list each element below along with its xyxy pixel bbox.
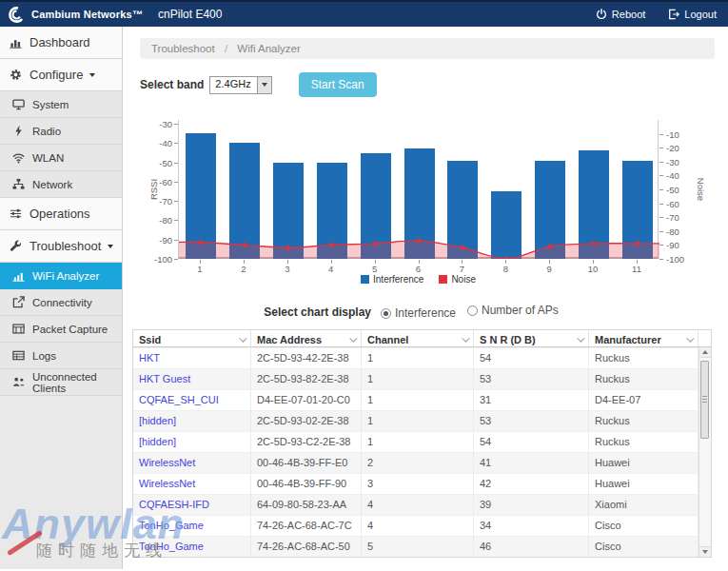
- sidebar-item-label: Packet Capture: [32, 324, 108, 335]
- ssid-link[interactable]: HKT: [133, 348, 251, 368]
- sidebar-item-wlan[interactable]: WLAN: [0, 145, 122, 171]
- logout-button[interactable]: Logout: [668, 9, 717, 20]
- ssid-link[interactable]: TonHo_Game: [133, 516, 251, 536]
- rssi-axis-tick: -40: [146, 138, 172, 148]
- table-row: HKT2C-5D-93-42-2E-38154Ruckus: [133, 347, 711, 368]
- sidebar-item-label: Troubleshoot: [30, 239, 101, 253]
- rssi-axis-tick: -50: [146, 158, 172, 168]
- scroll-up-arrow-icon[interactable]: [699, 347, 711, 358]
- noise-axis-tick: -70: [666, 212, 679, 223]
- sidebar-item-configure[interactable]: Configure: [0, 59, 122, 91]
- scroll-down-arrow-icon[interactable]: [699, 546, 711, 557]
- legend-swatch-icon: [439, 275, 447, 284]
- channel-label: 11: [626, 264, 647, 274]
- chart-display-label: Select chart display: [264, 305, 371, 319]
- main-content: Troubleshoot / Wifi Analyzer Select band…: [123, 27, 728, 569]
- scrollbar-header-corner: [698, 330, 711, 346]
- ssid-link[interactable]: WirelessNet: [133, 453, 251, 473]
- breadcrumb-troubleshoot[interactable]: Troubleshoot: [151, 43, 215, 54]
- sidebar-item-operations[interactable]: Operations: [0, 198, 122, 230]
- reboot-button[interactable]: Reboot: [596, 9, 645, 20]
- noise-axis-tick: -20: [666, 143, 679, 153]
- table-scrollbar[interactable]: [698, 347, 711, 557]
- sidebar-item-label: Unconnected Clients: [32, 371, 122, 394]
- sidebar-item-logs[interactable]: Logs: [0, 343, 122, 369]
- cell-s-n-r-d-b: 54: [474, 432, 589, 452]
- column-header-manufacturer[interactable]: Manufacturer: [589, 330, 698, 346]
- chart-display-selector: Select chart displayInterferenceNumber o…: [123, 304, 705, 320]
- ssid-link[interactable]: CQFAE_SH_CUI: [133, 390, 251, 410]
- sort-chevron-icon[interactable]: [577, 334, 584, 342]
- legend-item-interference[interactable]: Interference: [361, 274, 423, 285]
- cell-manufacturer: Ruckus: [589, 369, 698, 389]
- ssid-link[interactable]: CQFAESH-IFD: [133, 495, 251, 515]
- column-header-s-n-r-d-b[interactable]: S N R (D B): [474, 330, 589, 346]
- sliders-icon: [10, 207, 24, 220]
- ssid-link[interactable]: [hidden]: [133, 432, 251, 452]
- sort-chevron-icon[interactable]: [462, 334, 469, 342]
- cell-s-n-r-d-b: 31: [474, 390, 589, 410]
- radio-button-icon[interactable]: [381, 308, 391, 319]
- cell-channel: 1: [362, 369, 474, 389]
- sort-chevron-icon[interactable]: [239, 334, 246, 342]
- wifi-icon: [12, 151, 27, 164]
- cell-channel: 1: [362, 348, 474, 368]
- legend-item-noise[interactable]: Noise: [439, 274, 476, 285]
- column-header-label: Channel: [367, 334, 408, 345]
- column-header-channel[interactable]: Channel: [362, 330, 474, 346]
- logs-icon: [12, 349, 27, 362]
- rssi-axis-tick: -100: [146, 254, 172, 265]
- top-navbar: Cambium Networks™ cnPilot E400 Reboot Lo…: [0, 0, 728, 27]
- column-header-label: Manufacturer: [595, 334, 661, 345]
- sidebar-item-system[interactable]: System: [0, 91, 122, 118]
- capture-icon: [12, 323, 27, 335]
- noise-axis-tick: -90: [666, 240, 679, 250]
- band-select[interactable]: 2.4GHz: [209, 76, 271, 94]
- logout-label: Logout: [684, 9, 717, 20]
- table-row: HKT Guest2C-5D-93-82-2E-38153Ruckus: [133, 368, 711, 389]
- monitor-icon: [12, 98, 27, 110]
- radio-number-of-aps[interactable]: Number of APs: [467, 304, 559, 317]
- ssid-link[interactable]: [hidden]: [133, 411, 251, 431]
- table-row: CQFAESH-IFD64-09-80-58-23-AA439Xiaomi: [133, 494, 711, 515]
- sort-chevron-icon[interactable]: [349, 334, 357, 342]
- ssid-link[interactable]: HKT Guest: [133, 369, 251, 389]
- column-header-mac-address[interactable]: Mac Address: [251, 330, 362, 346]
- cell-mac-address: 2C-5D-93-C2-2E-38: [251, 432, 362, 452]
- table-row: [hidden]2C-5D-93-C2-2E-38154Ruckus: [133, 431, 711, 452]
- sidebar-item-dashboard[interactable]: Dashboard: [0, 27, 122, 59]
- channel-label: 5: [364, 264, 385, 274]
- sidebar-item-label: Dashboard: [30, 35, 90, 49]
- sidebar-item-connectivity[interactable]: Connectivity: [0, 289, 122, 316]
- caret-down-icon: [89, 73, 95, 77]
- ssid-link[interactable]: WirelessNet: [133, 474, 251, 494]
- cell-mac-address: 2C-5D-93-42-2E-38: [251, 348, 362, 368]
- noise-axis-title: Noise: [696, 178, 706, 201]
- ssid-table: SsidMac AddressChannelS N R (D B)Manufac…: [132, 329, 712, 558]
- ssid-link[interactable]: TonHo_Game: [133, 537, 251, 557]
- sidebar-item-packet-capture[interactable]: Packet Capture: [0, 316, 122, 343]
- column-header-label: Ssid: [139, 334, 161, 345]
- channel-label: 9: [539, 264, 560, 274]
- sidebar-item-network[interactable]: Network: [0, 171, 122, 198]
- cell-s-n-r-d-b: 54: [474, 348, 589, 368]
- cell-channel: 1: [362, 390, 474, 410]
- sidebar-item-radio[interactable]: Radio: [0, 118, 122, 145]
- sidebar-item-troubleshoot[interactable]: Troubleshoot: [0, 230, 122, 263]
- radio-button-icon[interactable]: [467, 305, 478, 316]
- start-scan-button[interactable]: Start Scan: [299, 72, 377, 97]
- scrollbar-thumb[interactable]: [700, 361, 709, 439]
- sidebar-item-unconnected-clients[interactable]: Unconnected Clients: [0, 369, 122, 396]
- sidebar-item-wifi-analyzer[interactable]: WiFi Analyzer: [0, 263, 122, 289]
- channel-label: 10: [582, 264, 603, 274]
- cell-mac-address: 64-09-80-58-23-AA: [251, 495, 362, 515]
- column-header-ssid[interactable]: Ssid: [133, 330, 251, 346]
- sort-chevron-icon[interactable]: [686, 334, 694, 342]
- cell-channel: 1: [362, 432, 474, 452]
- band-select-arrow-icon[interactable]: [257, 77, 271, 93]
- noise-axis-tick: -10: [666, 129, 679, 140]
- radio-interference[interactable]: Interference: [381, 306, 456, 320]
- radio-label: Number of APs: [482, 304, 559, 317]
- caret-down-icon: [108, 245, 113, 248]
- chart-plot-area: [178, 120, 659, 259]
